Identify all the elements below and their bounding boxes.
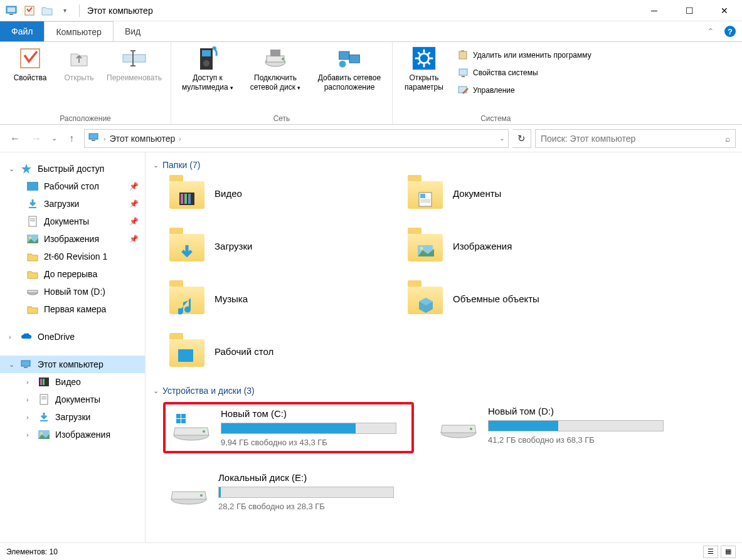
sidebar-this-pc[interactable]: ⌄ Этот компьютер [0,356,145,373]
forward-button[interactable]: → [28,130,45,147]
folder-label: Видео [215,188,242,199]
drive-item[interactable]: Новый том (C:)9,94 ГБ свободно из 43,3 Г… [163,402,414,453]
folder-item[interactable]: Видео [169,176,395,210]
manage-button[interactable]: Управление [455,83,594,97]
minimize-button[interactable]: ─ [637,0,672,21]
search-box[interactable]: ⌕ [535,129,736,148]
folder-item[interactable]: Рабочий стол [169,334,395,368]
sidebar-quick-access[interactable]: ⌄ Быстрый доступ [0,160,145,177]
sidebar-item[interactable]: Документы📌 [0,213,145,230]
sidebar-item[interactable]: До перерыва [0,265,145,283]
sidebar-item-label: Новый том (D:) [44,287,105,297]
svg-rect-14 [267,56,284,62]
sidebar-item[interactable]: Рабочий стол📌 [0,177,145,195]
map-drive-button[interactable]: Подключить сетевой диск ▾ [244,45,307,93]
folder-label: Объемные объекты [453,293,539,304]
breadcrumb-item[interactable]: Этот компьютер [110,134,176,144]
search-input[interactable] [541,134,725,144]
sidebar-item[interactable]: ›Видео [0,373,145,391]
rename-button[interactable]: Переименовать [103,45,166,83]
add-network-location-button[interactable]: Добавить сетевое расположение [312,45,387,92]
sidebar-item[interactable]: ›Документы [0,391,145,408]
drive-item[interactable]: Локальный диск (E:)28,2 ГБ свободно из 2… [163,468,414,515]
search-icon: ⌕ [725,134,730,144]
address-box[interactable]: › Этот компьютер › ⌄ [84,129,509,148]
qat-dropdown-icon[interactable]: ▾ [58,4,72,18]
tab-computer[interactable]: Компьютер [44,21,113,41]
folder-item[interactable]: Загрузки [169,229,395,263]
ribbon-collapse-icon[interactable]: ⌃ [707,26,714,36]
breadcrumb-sep-icon[interactable]: › [179,135,181,142]
section-folders-header[interactable]: ⌄ Папки (7) [153,157,734,176]
sidebar-item-label: Документы [55,394,100,404]
svg-rect-47 [24,367,28,368]
sidebar-item[interactable]: Первая камера [0,300,145,318]
svg-point-66 [420,247,423,250]
system-properties-button[interactable]: Свойства системы [455,66,594,80]
chevron-down-icon[interactable]: ⌄ [9,361,18,369]
section-drives-header[interactable]: ⌄ Устройства и диски (3) [153,383,734,402]
properties-icon [18,46,43,71]
folder-item[interactable]: Объемные объекты [408,282,633,315]
refresh-button[interactable]: ↻ [512,129,531,148]
up-button[interactable]: ↑ [63,130,80,147]
media-tower-icon [195,46,220,71]
drive-item[interactable]: Новый том (D:)41,2 ГБ свободно из 68,3 Г… [433,402,684,453]
folder-label: Изображения [453,241,512,251]
sidebar-item[interactable]: 2t-60 Revision 1 [0,248,145,265]
sidebar-item[interactable]: ›Изображения [0,426,145,443]
recent-dropdown[interactable]: ⌄ [49,130,59,147]
folder-qat-icon[interactable] [40,4,54,18]
item-count: Элементов: 10 [6,547,58,556]
remove-program-button[interactable]: Удалить или изменить программу [455,48,594,62]
properties-qat-icon[interactable] [23,4,36,18]
tab-file[interactable]: Файл [0,21,44,41]
breadcrumb-sep-icon[interactable]: › [103,135,106,142]
open-button[interactable]: Открыть [60,45,98,83]
titlebar: ▾ Этот компьютер ─ ☐ ✕ [0,0,742,21]
back-button[interactable]: ← [6,130,24,147]
sidebar-item-label: 2t-60 Revision 1 [44,251,107,262]
sidebar-item[interactable]: Новый том (D:) [0,283,145,300]
view-details-button[interactable]: ☰ [703,546,718,558]
sidebar-item[interactable]: Загрузки📌 [0,195,145,213]
desktop-icon [26,181,39,192]
svg-point-56 [40,432,43,435]
help-icon[interactable]: ? [724,26,736,37]
ribbon-tabs: Файл Компьютер Вид ⌃ ? [0,21,742,42]
chevron-right-icon[interactable]: › [9,333,18,341]
view-icons-button[interactable]: ▦ [721,546,736,558]
chevron-right-icon[interactable]: › [26,413,35,421]
folder-item[interactable]: Документы [408,176,633,210]
drive-icon [437,406,480,441]
chevron-right-icon[interactable]: › [26,396,35,403]
content-pane[interactable]: ⌄ Папки (7) ВидеоДокументыЗагрузкиИзобра… [146,152,742,542]
folder-item[interactable]: Изображения [408,229,633,263]
folder-item[interactable]: Музыка [169,282,395,315]
address-dropdown-icon[interactable]: ⌄ [499,135,504,142]
chevron-right-icon[interactable]: › [26,431,35,438]
sidebar-item-label: Видео [55,377,81,387]
svg-rect-5 [123,55,146,62]
sidebar-item[interactable]: ›Загрузки [0,408,145,426]
documents-icon [38,394,50,405]
media-access-button[interactable]: Доступ к мультимедиа ▾ [176,45,239,93]
folders-grid: ВидеоДокументыЗагрузкиИзображенияМузыкаО… [153,176,734,383]
svg-rect-46 [21,361,30,366]
tab-view[interactable]: Вид [114,21,152,41]
svg-rect-58 [181,194,183,204]
open-settings-button[interactable]: Открыть параметры [398,45,450,92]
close-button[interactable]: ✕ [707,0,742,21]
svg-rect-72 [176,419,181,423]
programs-icon [458,50,469,61]
chevron-down-icon[interactable]: ⌄ [9,165,18,173]
sidebar-item[interactable]: Изображения📌 [0,230,145,248]
svg-point-43 [29,236,31,239]
properties-button[interactable]: Свойства [5,45,55,83]
maximize-button[interactable]: ☐ [672,0,707,21]
navigation-pane[interactable]: ⌄ Быстрый доступ Рабочий стол📌Загрузки📌Д… [0,152,146,542]
svg-point-77 [200,494,203,497]
folder-label: Загрузки [215,241,252,251]
sidebar-onedrive[interactable]: › OneDrive [0,328,145,346]
chevron-right-icon[interactable]: › [26,378,35,386]
